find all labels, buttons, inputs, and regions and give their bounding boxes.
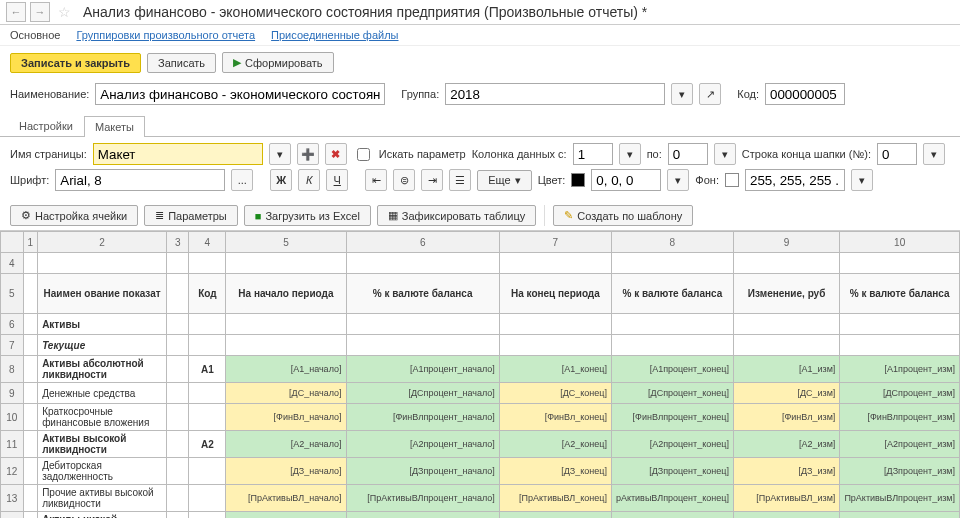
row-label[interactable]: Дебиторская задолженность [38,458,167,485]
cell[interactable] [23,431,38,458]
more-button[interactable]: Еще ▾ [477,170,531,191]
load-excel-button[interactable]: ■ Загрузить из Excel [244,205,371,226]
row-label[interactable]: Активы высокой ликвидности [38,431,167,458]
data-cell[interactable]: [А2_конец] [499,431,611,458]
data-cell[interactable] [226,335,346,356]
code-cell[interactable] [189,458,226,485]
row-number[interactable]: 6 [1,314,24,335]
tab-settings[interactable]: Настройки [8,115,84,136]
sheet-row[interactable]: 8Активы абсолютной ликвидностиА1[А1_нача… [1,356,960,383]
data-cell[interactable]: [ДСпроцент_изм] [840,383,960,404]
data-cell[interactable]: ПрАктивыВЛпроцент_изм] [840,485,960,512]
data-cell[interactable]: [А3_изм] [733,512,839,519]
col-10[interactable]: 10 [840,232,960,253]
save-close-button[interactable]: Записать и закрыть [10,53,141,73]
row-label[interactable]: Активы [38,314,167,335]
add-page-button[interactable]: ➕ [297,143,319,165]
fix-table-button[interactable]: ▦ Зафиксировать таблицу [377,205,536,226]
bg-dropdown[interactable]: ▾ [851,169,873,191]
cell[interactable] [167,485,189,512]
row-label[interactable] [38,253,167,274]
data-cell[interactable] [499,335,611,356]
bg-swatch[interactable] [725,173,739,187]
row-number[interactable]: 7 [1,335,24,356]
color-input[interactable] [591,169,661,191]
data-cell[interactable] [499,253,611,274]
colnum-to[interactable] [668,143,708,165]
col-4[interactable]: 4 [189,232,226,253]
code-cell[interactable] [189,383,226,404]
data-cell[interactable] [499,314,611,335]
col-1[interactable]: 1 [23,232,38,253]
data-cell[interactable]: [А1процент_изм] [840,356,960,383]
sheet-row[interactable]: 7Текущие [1,335,960,356]
data-cell[interactable] [840,253,960,274]
favorite-icon[interactable]: ☆ [58,4,71,20]
data-cell[interactable]: [А2_начало] [226,431,346,458]
row-number[interactable]: 14 [1,512,24,519]
col-2[interactable]: 2 [38,232,167,253]
cell[interactable] [167,404,189,431]
data-cell[interactable]: [А1_изм] [733,356,839,383]
col-3[interactable]: 3 [167,232,189,253]
sheet-row[interactable]: 13Прочие активы высокой ликвидности[ПрАк… [1,485,960,512]
cell[interactable] [167,335,189,356]
data-cell[interactable]: [А2процент_конец] [611,431,733,458]
row-number[interactable]: 4 [1,253,24,274]
data-cell[interactable]: [ДСпроцент_конец] [611,383,733,404]
hdr-cell[interactable]: % к валюте баланса [346,274,499,314]
row-label[interactable]: Активы абсолютной ликвидности [38,356,167,383]
data-cell[interactable]: [А1процент_конец] [611,356,733,383]
nav-forward[interactable]: → [30,2,50,22]
data-cell[interactable] [611,335,733,356]
cell[interactable] [167,458,189,485]
row-label[interactable]: Прочие активы высокой ликвидности [38,485,167,512]
data-cell[interactable] [611,253,733,274]
create-template-button[interactable]: ✎ Создать по шаблону [553,205,693,226]
data-cell[interactable]: [ДС_конец] [499,383,611,404]
link-main[interactable]: Основное [10,29,60,41]
data-cell[interactable]: [ДЗпроцент_изм] [840,458,960,485]
code-cell[interactable] [189,335,226,356]
cell[interactable] [167,274,189,314]
data-cell[interactable] [226,253,346,274]
spreadsheet[interactable]: 1 2 3 4 5 6 7 8 9 10 45Наимен ование пок… [0,231,960,518]
data-cell[interactable]: [ДСпроцент_начало] [346,383,499,404]
data-cell[interactable]: [А3_начало] [226,512,346,519]
row-number[interactable]: 13 [1,485,24,512]
sheet-row[interactable]: 6Активы [1,314,960,335]
row-number[interactable]: 9 [1,383,24,404]
align-justify-button[interactable]: ☰ [449,169,471,191]
row-number[interactable]: 11 [1,431,24,458]
link-groupings[interactable]: Группировки произвольного отчета [76,29,255,41]
sheet-row[interactable]: 4 [1,253,960,274]
cell[interactable] [23,274,38,314]
code-cell[interactable] [189,485,226,512]
group-open[interactable]: ↗ [699,83,721,105]
cell[interactable] [23,383,38,404]
data-cell[interactable] [346,335,499,356]
cell[interactable] [167,383,189,404]
form-button[interactable]: ▶Сформировать [222,52,334,73]
italic-button[interactable]: К [298,169,320,191]
code-cell[interactable] [189,314,226,335]
cell[interactable] [23,404,38,431]
data-cell[interactable]: [А1_конец] [499,356,611,383]
row-number[interactable]: 12 [1,458,24,485]
cell[interactable] [167,314,189,335]
hdr-cell[interactable]: На конец периода [499,274,611,314]
data-cell[interactable]: [А2процент_начало] [346,431,499,458]
data-cell[interactable]: [ФинВл_начало] [226,404,346,431]
hdr-cell[interactable]: % к валюте баланса [611,274,733,314]
colnum-spinner[interactable]: ▾ [619,143,641,165]
data-cell[interactable] [346,253,499,274]
data-cell[interactable]: [ДЗ_начало] [226,458,346,485]
tab-layouts[interactable]: Макеты [84,116,145,137]
data-cell[interactable]: [ДС_изм] [733,383,839,404]
delete-page-button[interactable]: ✖ [325,143,347,165]
data-cell[interactable]: [ДС_начало] [226,383,346,404]
data-cell[interactable]: [ПрАктивыВЛпроцент_начало] [346,485,499,512]
cell[interactable] [167,512,189,519]
row-label[interactable]: Краткосрочные финансовые вложения [38,404,167,431]
colnum-to-spinner[interactable]: ▾ [714,143,736,165]
